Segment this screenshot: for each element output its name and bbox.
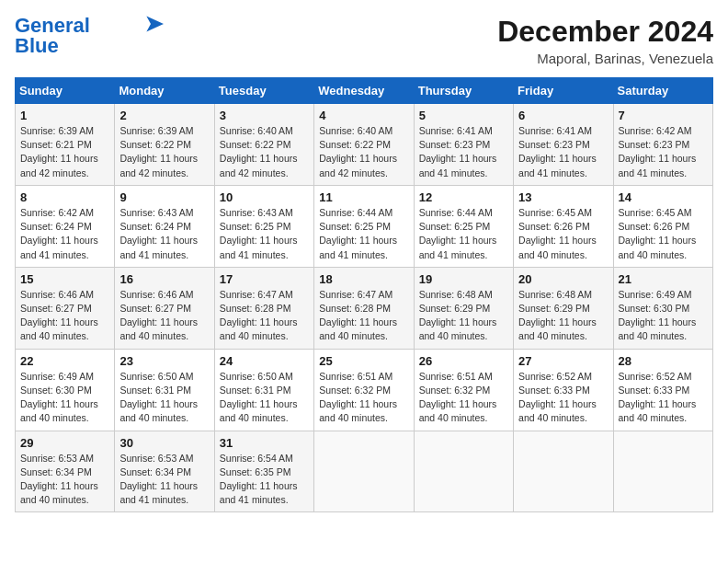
day-info: Sunrise: 6:46 AM Sunset: 6:27 PM Dayligh…	[20, 288, 109, 344]
day-info: Sunrise: 6:52 AM Sunset: 6:33 PM Dayligh…	[619, 370, 708, 426]
day-info: Sunrise: 6:45 AM Sunset: 6:26 PM Dayligh…	[518, 206, 608, 262]
calendar-cell: 19 Sunrise: 6:48 AM Sunset: 6:29 PM Dayl…	[414, 267, 513, 349]
day-info: Sunrise: 6:52 AM Sunset: 6:33 PM Dayligh…	[518, 370, 608, 426]
calendar-body: 1 Sunrise: 6:39 AM Sunset: 6:21 PM Dayli…	[16, 104, 713, 512]
day-of-week-header: Tuesday	[214, 78, 313, 104]
day-info: Sunrise: 6:50 AM Sunset: 6:31 PM Dayligh…	[220, 370, 309, 426]
calendar-cell: 13 Sunrise: 6:45 AM Sunset: 6:26 PM Dayl…	[514, 185, 613, 267]
logo: General Blue	[15, 15, 164, 57]
day-number: 5	[419, 109, 508, 122]
calendar-cell: 15 Sunrise: 6:46 AM Sunset: 6:27 PM Dayl…	[16, 267, 115, 349]
day-number: 16	[119, 272, 209, 286]
calendar-cell: 18 Sunrise: 6:47 AM Sunset: 6:28 PM Dayl…	[314, 267, 414, 349]
calendar-week-row: 8 Sunrise: 6:42 AM Sunset: 6:24 PM Dayli…	[16, 185, 713, 267]
day-number: 13	[518, 190, 608, 204]
title-section: December 2024 Maporal, Barinas, Venezuel…	[497, 15, 713, 66]
calendar-cell	[314, 431, 414, 512]
day-info: Sunrise: 6:40 AM Sunset: 6:22 PM Dayligh…	[220, 124, 309, 180]
calendar-cell: 20 Sunrise: 6:48 AM Sunset: 6:29 PM Dayl…	[514, 267, 613, 349]
calendar-cell: 31 Sunrise: 6:54 AM Sunset: 6:35 PM Dayl…	[214, 431, 313, 512]
calendar-cell: 3 Sunrise: 6:40 AM Sunset: 6:22 PM Dayli…	[214, 104, 313, 186]
day-info: Sunrise: 6:43 AM Sunset: 6:25 PM Dayligh…	[220, 206, 309, 262]
calendar-week-row: 1 Sunrise: 6:39 AM Sunset: 6:21 PM Dayli…	[16, 104, 713, 186]
calendar-cell: 10 Sunrise: 6:43 AM Sunset: 6:25 PM Dayl…	[214, 185, 313, 267]
calendar-cell	[514, 431, 613, 512]
calendar-cell: 12 Sunrise: 6:44 AM Sunset: 6:25 PM Dayl…	[414, 185, 513, 267]
day-info: Sunrise: 6:47 AM Sunset: 6:28 PM Dayligh…	[319, 288, 408, 344]
day-number: 23	[119, 354, 209, 368]
location-subtitle: Maporal, Barinas, Venezuela	[497, 51, 713, 66]
day-number: 3	[220, 109, 309, 122]
day-number: 6	[518, 109, 608, 122]
calendar-table: SundayMondayTuesdayWednesdayThursdayFrid…	[15, 77, 713, 512]
calendar-cell	[414, 431, 513, 512]
days-of-week-row: SundayMondayTuesdayWednesdayThursdayFrid…	[16, 78, 713, 104]
day-info: Sunrise: 6:42 AM Sunset: 6:23 PM Dayligh…	[619, 124, 708, 180]
calendar-week-row: 29 Sunrise: 6:53 AM Sunset: 6:34 PM Dayl…	[16, 431, 713, 512]
day-info: Sunrise: 6:40 AM Sunset: 6:22 PM Dayligh…	[319, 124, 408, 180]
day-info: Sunrise: 6:47 AM Sunset: 6:28 PM Dayligh…	[220, 288, 309, 344]
day-info: Sunrise: 6:39 AM Sunset: 6:21 PM Dayligh…	[20, 124, 109, 180]
day-number: 8	[20, 190, 109, 204]
day-info: Sunrise: 6:41 AM Sunset: 6:23 PM Dayligh…	[419, 124, 508, 180]
day-number: 25	[319, 354, 408, 368]
calendar-cell: 26 Sunrise: 6:51 AM Sunset: 6:32 PM Dayl…	[414, 349, 513, 431]
calendar-week-row: 15 Sunrise: 6:46 AM Sunset: 6:27 PM Dayl…	[16, 267, 713, 349]
day-of-week-header: Monday	[115, 78, 214, 104]
day-number: 10	[220, 190, 309, 204]
calendar-week-row: 22 Sunrise: 6:49 AM Sunset: 6:30 PM Dayl…	[16, 349, 713, 431]
day-info: Sunrise: 6:43 AM Sunset: 6:24 PM Dayligh…	[119, 206, 209, 262]
month-year-title: December 2024	[497, 15, 713, 49]
day-number: 1	[20, 109, 109, 122]
day-info: Sunrise: 6:51 AM Sunset: 6:32 PM Dayligh…	[319, 370, 408, 426]
calendar-cell	[613, 431, 712, 512]
day-number: 12	[419, 190, 508, 204]
logo-text-blue: Blue	[15, 35, 59, 57]
day-of-week-header: Sunday	[16, 78, 115, 104]
calendar-cell: 17 Sunrise: 6:47 AM Sunset: 6:28 PM Dayl…	[214, 267, 313, 349]
day-number: 29	[20, 436, 109, 450]
day-info: Sunrise: 6:54 AM Sunset: 6:35 PM Dayligh…	[220, 452, 309, 508]
day-info: Sunrise: 6:45 AM Sunset: 6:26 PM Dayligh…	[619, 206, 708, 262]
day-info: Sunrise: 6:50 AM Sunset: 6:31 PM Dayligh…	[119, 370, 209, 426]
calendar-cell: 14 Sunrise: 6:45 AM Sunset: 6:26 PM Dayl…	[613, 185, 712, 267]
calendar-cell: 7 Sunrise: 6:42 AM Sunset: 6:23 PM Dayli…	[613, 104, 712, 186]
day-info: Sunrise: 6:53 AM Sunset: 6:34 PM Dayligh…	[119, 452, 209, 508]
calendar-cell: 5 Sunrise: 6:41 AM Sunset: 6:23 PM Dayli…	[414, 104, 513, 186]
calendar-cell: 4 Sunrise: 6:40 AM Sunset: 6:22 PM Dayli…	[314, 104, 414, 186]
day-number: 24	[220, 354, 309, 368]
calendar-cell: 23 Sunrise: 6:50 AM Sunset: 6:31 PM Dayl…	[115, 349, 214, 431]
day-info: Sunrise: 6:44 AM Sunset: 6:25 PM Dayligh…	[419, 206, 508, 262]
day-of-week-header: Friday	[514, 78, 613, 104]
day-info: Sunrise: 6:49 AM Sunset: 6:30 PM Dayligh…	[20, 370, 109, 426]
day-info: Sunrise: 6:53 AM Sunset: 6:34 PM Dayligh…	[20, 452, 109, 508]
day-info: Sunrise: 6:42 AM Sunset: 6:24 PM Dayligh…	[20, 206, 109, 262]
day-info: Sunrise: 6:48 AM Sunset: 6:29 PM Dayligh…	[518, 288, 608, 344]
calendar-cell: 29 Sunrise: 6:53 AM Sunset: 6:34 PM Dayl…	[16, 431, 115, 512]
day-number: 20	[518, 272, 608, 286]
day-number: 26	[419, 354, 508, 368]
calendar-cell: 2 Sunrise: 6:39 AM Sunset: 6:22 PM Dayli…	[115, 104, 214, 186]
day-info: Sunrise: 6:49 AM Sunset: 6:30 PM Dayligh…	[619, 288, 708, 344]
day-number: 7	[619, 109, 708, 122]
day-number: 9	[119, 190, 209, 204]
logo-icon	[138, 16, 164, 32]
day-number: 14	[619, 190, 708, 204]
day-number: 19	[419, 272, 508, 286]
calendar-cell: 24 Sunrise: 6:50 AM Sunset: 6:31 PM Dayl…	[214, 349, 313, 431]
page-header: General Blue December 2024 Maporal, Bari…	[15, 15, 713, 66]
calendar-cell: 1 Sunrise: 6:39 AM Sunset: 6:21 PM Dayli…	[16, 104, 115, 186]
day-number: 28	[619, 354, 708, 368]
day-number: 30	[119, 436, 209, 450]
calendar-cell: 8 Sunrise: 6:42 AM Sunset: 6:24 PM Dayli…	[16, 185, 115, 267]
day-number: 11	[319, 190, 408, 204]
svg-marker-0	[146, 17, 164, 32]
day-number: 27	[518, 354, 608, 368]
calendar-cell: 22 Sunrise: 6:49 AM Sunset: 6:30 PM Dayl…	[16, 349, 115, 431]
calendar-cell: 16 Sunrise: 6:46 AM Sunset: 6:27 PM Dayl…	[115, 267, 214, 349]
calendar-cell: 25 Sunrise: 6:51 AM Sunset: 6:32 PM Dayl…	[314, 349, 414, 431]
day-number: 15	[20, 272, 109, 286]
calendar-cell: 6 Sunrise: 6:41 AM Sunset: 6:23 PM Dayli…	[514, 104, 613, 186]
calendar-header: SundayMondayTuesdayWednesdayThursdayFrid…	[16, 78, 713, 104]
day-number: 22	[20, 354, 109, 368]
